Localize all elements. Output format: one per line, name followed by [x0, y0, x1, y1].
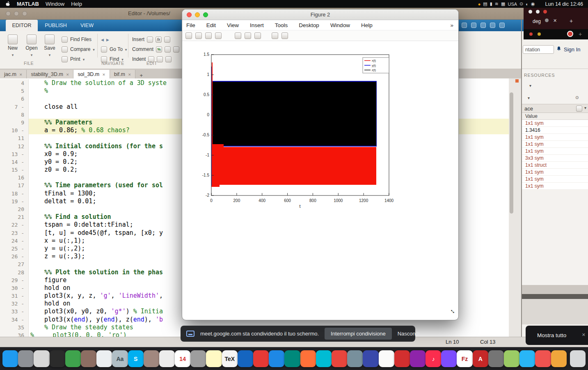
cyan-app-dock-icon[interactable] [316, 350, 332, 367]
gray-app-dock-icon[interactable] [190, 350, 206, 367]
menu-help[interactable]: Help [71, 1, 82, 7]
close-tab-icon[interactable] [128, 71, 131, 77]
menu-window[interactable]: Window [330, 22, 350, 28]
system-settings-dock-icon[interactable] [18, 350, 34, 367]
show-all-button[interactable]: Mostra tutto [537, 332, 566, 338]
insert-function-icon[interactable]: fx [156, 37, 162, 43]
cut-icon[interactable] [462, 23, 467, 28]
figure-titlebar[interactable]: Figure 2 [182, 9, 458, 20]
app-grid-dock-icon[interactable] [159, 350, 175, 367]
insert-section-icon[interactable] [147, 37, 153, 43]
search-documentation-input[interactable]: ntation [523, 45, 554, 54]
zoom-window-button[interactable] [22, 11, 27, 16]
calendar-dock-icon[interactable]: 14 [175, 350, 190, 367]
time-series-plot[interactable]: 1.5 1 0.5 0 -0.5 -1 -1.5 -2 0 200 400 60… [182, 41, 459, 222]
close-icon[interactable]: ✕ [553, 18, 557, 23]
goto-button[interactable]: Go To [101, 45, 127, 53]
hide-button[interactable]: Nascondi [398, 331, 420, 337]
workspace-row[interactable]: 1x1 sym [522, 120, 588, 127]
pan-icon[interactable] [254, 32, 261, 39]
insert-legend-icon[interactable] [281, 32, 288, 39]
open-button[interactable]: Open [23, 34, 40, 57]
goto-caret-icon[interactable] [125, 46, 127, 52]
grid-icon[interactable]: ▦ [501, 1, 505, 7]
menu-tools[interactable]: Tools [275, 22, 288, 28]
window-resize-handle-icon[interactable]: ↔ [448, 306, 458, 316]
menubar-clock[interactable]: Lun 14 dic 12:46 [545, 1, 583, 7]
camera-app-dock-icon[interactable] [488, 350, 504, 367]
box-app-dock-icon[interactable] [144, 350, 159, 367]
workspace-menu-caret-icon[interactable]: ▾ [584, 106, 586, 112]
pages-dock-icon[interactable] [379, 350, 394, 367]
terminal-dock-icon[interactable] [50, 350, 65, 367]
find-files-button[interactable]: Find Files [62, 35, 92, 44]
purple-app-dock-icon[interactable] [410, 350, 426, 367]
figure-window[interactable]: Figure 2 File Edit View Insert Tools Des… [182, 9, 459, 320]
workspace-row[interactable]: 1.3416 [522, 127, 588, 134]
new-dropdown-caret-icon[interactable] [12, 52, 14, 57]
minimize-window-button[interactable] [14, 11, 19, 16]
siri-icon[interactable]: ◉ [531, 1, 535, 7]
spotlight-icon[interactable]: ⊙ [519, 1, 523, 7]
copy-icon[interactable] [471, 23, 476, 28]
filezilla-dock-icon[interactable]: Fz [457, 350, 472, 367]
workspace-row[interactable]: 1x1 sym [522, 141, 588, 148]
red-app-dock-icon[interactable] [535, 350, 551, 367]
paste-icon[interactable] [480, 23, 486, 28]
deg-mode-label[interactable]: deg [533, 18, 541, 24]
tab-publish[interactable]: PUBLISH [39, 20, 72, 31]
preview-dock-icon[interactable] [96, 350, 112, 367]
app-logo-icon[interactable] [567, 31, 573, 37]
close-icon[interactable]: ✕ [582, 332, 586, 338]
menu-window[interactable]: Window [46, 1, 64, 7]
screen-record-dot-icon[interactable]: ● [478, 2, 481, 7]
window-dot-icon[interactable] [529, 10, 532, 14]
texshop-dock-icon[interactable]: TeX [222, 350, 238, 367]
menu-edit[interactable]: Edit [206, 22, 216, 28]
toolbar-dot-icon[interactable] [538, 32, 541, 36]
toolstrip-collapse-caret-icon[interactable]: ▾ [529, 83, 531, 88]
finder-dock-icon[interactable] [2, 350, 18, 367]
editor-scrollbar-lane[interactable] [509, 78, 522, 337]
battery-icon[interactable]: ▮ [490, 1, 492, 7]
sign-in-link[interactable]: Sign In [564, 46, 580, 53]
launchpad-dock-icon[interactable] [34, 350, 49, 367]
add-icon[interactable]: + [579, 31, 582, 37]
blue-app-dock-icon[interactable] [238, 350, 253, 367]
workspace-row[interactable]: 1x1 sym [522, 183, 588, 190]
chrome-dock-icon[interactable] [332, 350, 347, 367]
acrobat-dock-icon[interactable]: A [473, 350, 488, 367]
close-tab-icon[interactable] [102, 71, 105, 77]
insert-row[interactable]: Insertfx [132, 35, 170, 44]
file-tab-stability-3d[interactable]: stability_3D.m [27, 70, 73, 78]
workspace-row[interactable]: 3x3 sym [522, 155, 588, 162]
compare-caret-icon[interactable] [93, 46, 95, 52]
compare-button[interactable]: Compare [62, 45, 95, 53]
minimize-window-button[interactable] [195, 12, 200, 17]
new-tab-button[interactable]: + [135, 72, 147, 78]
new-button[interactable]: New [4, 34, 21, 57]
save-dropdown-caret-icon[interactable] [49, 52, 51, 57]
back-arrow-icon[interactable] [101, 37, 104, 42]
close-window-button[interactable] [6, 11, 11, 16]
wifi-icon[interactable]: ≋ [495, 1, 499, 7]
toolbar-dot-icon[interactable] [529, 32, 533, 36]
file-tab-bif[interactable]: bif.m [110, 70, 136, 78]
mode-dot-icon[interactable] [545, 18, 549, 22]
workspace-row[interactable]: 1x1 sym [522, 148, 588, 155]
add-icon[interactable]: + [570, 18, 573, 24]
code-warning-marker[interactable] [515, 79, 519, 83]
close-tab-icon[interactable] [19, 71, 23, 77]
violet-app-dock-icon[interactable] [441, 350, 457, 367]
keyboard-layout-label[interactable]: USA [508, 2, 517, 7]
firefox-dock-icon[interactable] [300, 350, 316, 367]
apple-menu[interactable] [5, 0, 10, 8]
uncomment-icon[interactable] [165, 46, 171, 53]
textedit-dock-icon[interactable]: Aa [112, 350, 128, 367]
tv-app-dock-icon[interactable] [394, 350, 410, 367]
menu-view[interactable]: View [227, 22, 239, 28]
contacts-dock-icon[interactable] [81, 350, 96, 367]
menu-desktop[interactable]: Desktop [299, 22, 319, 28]
workspace-row[interactable]: 1x1 sym [522, 176, 588, 183]
print-caret-icon[interactable] [83, 56, 85, 62]
